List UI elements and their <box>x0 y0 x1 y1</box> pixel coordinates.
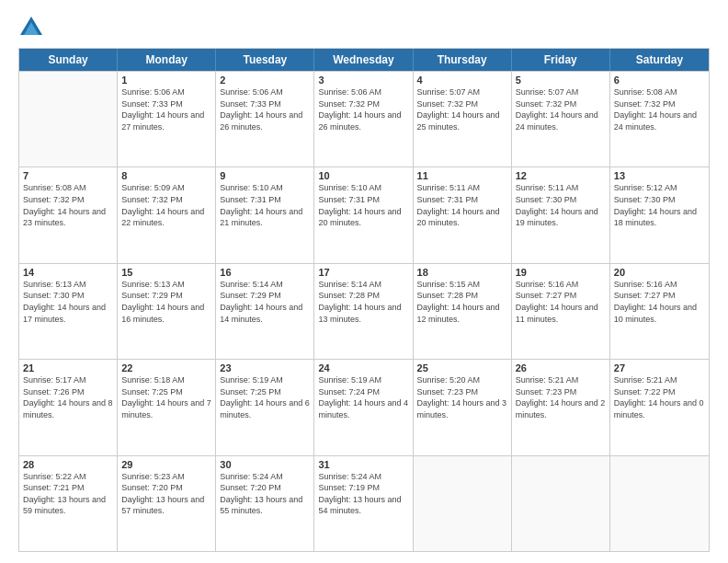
calendar: SundayMondayTuesdayWednesdayThursdayFrid… <box>18 48 710 552</box>
cal-cell: 28Sunrise: 5:22 AMSunset: 7:21 PMDayligh… <box>19 456 118 551</box>
cal-cell: 25Sunrise: 5:20 AMSunset: 7:23 PMDayligh… <box>414 360 512 454</box>
cal-cell: 26Sunrise: 5:21 AMSunset: 7:23 PMDayligh… <box>512 360 610 454</box>
day-info: Sunrise: 5:21 AMSunset: 7:22 PMDaylight:… <box>614 374 705 420</box>
day-info: Sunrise: 5:23 AMSunset: 7:20 PMDaylight:… <box>121 471 211 517</box>
cal-cell: 21Sunrise: 5:17 AMSunset: 7:26 PMDayligh… <box>19 360 118 454</box>
day-number: 12 <box>516 170 606 181</box>
day-info: Sunrise: 5:10 AMSunset: 7:31 PMDaylight:… <box>220 182 310 228</box>
day-number: 26 <box>516 362 606 373</box>
day-info: Sunrise: 5:09 AMSunset: 7:32 PMDaylight:… <box>121 182 211 228</box>
cal-cell: 2Sunrise: 5:06 AMSunset: 7:33 PMDaylight… <box>216 72 314 167</box>
cal-cell: 27Sunrise: 5:21 AMSunset: 7:22 PMDayligh… <box>610 360 709 454</box>
cal-cell: 17Sunrise: 5:14 AMSunset: 7:28 PMDayligh… <box>314 264 413 359</box>
cal-cell: 24Sunrise: 5:19 AMSunset: 7:24 PMDayligh… <box>314 360 413 454</box>
day-number: 7 <box>23 170 113 181</box>
cal-cell: 10Sunrise: 5:10 AMSunset: 7:31 PMDayligh… <box>314 167 413 262</box>
day-number: 27 <box>614 362 705 373</box>
day-info: Sunrise: 5:18 AMSunset: 7:25 PMDaylight:… <box>121 374 211 420</box>
cal-cell: 3Sunrise: 5:06 AMSunset: 7:32 PMDaylight… <box>314 72 413 167</box>
day-number: 24 <box>318 362 408 373</box>
page: SundayMondayTuesdayWednesdayThursdayFrid… <box>0 0 728 563</box>
day-info: Sunrise: 5:24 AMSunset: 7:19 PMDaylight:… <box>318 471 408 517</box>
header <box>18 15 710 40</box>
day-number: 23 <box>220 362 310 373</box>
cal-header-tuesday: Tuesday <box>216 49 314 71</box>
day-number: 22 <box>121 362 211 373</box>
day-info: Sunrise: 5:10 AMSunset: 7:31 PMDaylight:… <box>318 182 408 228</box>
cal-cell: 5Sunrise: 5:07 AMSunset: 7:32 PMDaylight… <box>512 72 610 167</box>
cal-row-3: 14Sunrise: 5:13 AMSunset: 7:30 PMDayligh… <box>19 263 709 359</box>
logo-icon <box>18 15 44 40</box>
day-number: 29 <box>121 459 211 470</box>
day-number: 20 <box>614 267 705 278</box>
cal-cell: 8Sunrise: 5:09 AMSunset: 7:32 PMDaylight… <box>118 167 216 262</box>
cal-row-4: 21Sunrise: 5:17 AMSunset: 7:26 PMDayligh… <box>19 359 709 454</box>
cal-cell: 12Sunrise: 5:11 AMSunset: 7:30 PMDayligh… <box>512 167 610 262</box>
cal-cell: 6Sunrise: 5:08 AMSunset: 7:32 PMDaylight… <box>610 72 709 167</box>
day-info: Sunrise: 5:14 AMSunset: 7:28 PMDaylight:… <box>318 279 408 325</box>
day-info: Sunrise: 5:16 AMSunset: 7:27 PMDaylight:… <box>516 279 606 325</box>
day-number: 18 <box>417 267 507 278</box>
cal-header-monday: Monday <box>118 49 216 71</box>
day-info: Sunrise: 5:20 AMSunset: 7:23 PMDaylight:… <box>417 374 507 420</box>
day-number: 8 <box>121 170 211 181</box>
cal-cell: 1Sunrise: 5:06 AMSunset: 7:33 PMDaylight… <box>118 72 216 167</box>
cal-header-sunday: Sunday <box>19 49 118 71</box>
cal-cell: 18Sunrise: 5:15 AMSunset: 7:28 PMDayligh… <box>414 264 512 359</box>
day-info: Sunrise: 5:13 AMSunset: 7:29 PMDaylight:… <box>121 279 211 325</box>
day-number: 11 <box>417 170 507 181</box>
day-info: Sunrise: 5:21 AMSunset: 7:23 PMDaylight:… <box>516 374 606 420</box>
day-info: Sunrise: 5:07 AMSunset: 7:32 PMDaylight:… <box>516 86 606 132</box>
day-number: 14 <box>23 267 113 278</box>
day-number: 19 <box>516 267 606 278</box>
day-number: 5 <box>516 75 606 86</box>
calendar-body: 1Sunrise: 5:06 AMSunset: 7:33 PMDaylight… <box>19 71 709 551</box>
cal-cell <box>19 72 118 167</box>
day-info: Sunrise: 5:19 AMSunset: 7:25 PMDaylight:… <box>220 374 310 420</box>
cal-row-2: 7Sunrise: 5:08 AMSunset: 7:32 PMDaylight… <box>19 167 709 262</box>
cal-cell: 23Sunrise: 5:19 AMSunset: 7:25 PMDayligh… <box>216 360 314 454</box>
cal-cell: 9Sunrise: 5:10 AMSunset: 7:31 PMDaylight… <box>216 167 314 262</box>
cal-cell <box>610 456 709 551</box>
day-number: 3 <box>318 75 408 86</box>
day-number: 25 <box>417 362 507 373</box>
cal-cell: 4Sunrise: 5:07 AMSunset: 7:32 PMDaylight… <box>414 72 512 167</box>
cal-cell <box>512 456 610 551</box>
day-info: Sunrise: 5:08 AMSunset: 7:32 PMDaylight:… <box>614 86 705 132</box>
day-number: 2 <box>220 75 310 86</box>
cal-cell: 7Sunrise: 5:08 AMSunset: 7:32 PMDaylight… <box>19 167 118 262</box>
day-info: Sunrise: 5:15 AMSunset: 7:28 PMDaylight:… <box>417 279 507 325</box>
day-info: Sunrise: 5:06 AMSunset: 7:32 PMDaylight:… <box>318 86 408 132</box>
day-info: Sunrise: 5:19 AMSunset: 7:24 PMDaylight:… <box>318 374 408 420</box>
cal-cell: 31Sunrise: 5:24 AMSunset: 7:19 PMDayligh… <box>314 456 413 551</box>
cal-row-1: 1Sunrise: 5:06 AMSunset: 7:33 PMDaylight… <box>19 71 709 167</box>
day-number: 13 <box>614 170 705 181</box>
day-info: Sunrise: 5:16 AMSunset: 7:27 PMDaylight:… <box>614 279 705 325</box>
day-info: Sunrise: 5:08 AMSunset: 7:32 PMDaylight:… <box>23 182 113 228</box>
cal-row-5: 28Sunrise: 5:22 AMSunset: 7:21 PMDayligh… <box>19 455 709 551</box>
day-number: 1 <box>121 75 211 86</box>
day-number: 4 <box>417 75 507 86</box>
day-info: Sunrise: 5:12 AMSunset: 7:30 PMDaylight:… <box>614 182 705 228</box>
cal-cell: 13Sunrise: 5:12 AMSunset: 7:30 PMDayligh… <box>610 167 709 262</box>
day-info: Sunrise: 5:17 AMSunset: 7:26 PMDaylight:… <box>23 374 113 420</box>
cal-cell: 30Sunrise: 5:24 AMSunset: 7:20 PMDayligh… <box>216 456 314 551</box>
cal-cell: 22Sunrise: 5:18 AMSunset: 7:25 PMDayligh… <box>118 360 216 454</box>
day-info: Sunrise: 5:06 AMSunset: 7:33 PMDaylight:… <box>121 86 211 132</box>
day-number: 17 <box>318 267 408 278</box>
cal-cell: 14Sunrise: 5:13 AMSunset: 7:30 PMDayligh… <box>19 264 118 359</box>
cal-cell: 20Sunrise: 5:16 AMSunset: 7:27 PMDayligh… <box>610 264 709 359</box>
day-number: 28 <box>23 459 113 470</box>
day-info: Sunrise: 5:06 AMSunset: 7:33 PMDaylight:… <box>220 86 310 132</box>
calendar-header: SundayMondayTuesdayWednesdayThursdayFrid… <box>19 49 709 71</box>
day-number: 21 <box>23 362 113 373</box>
day-info: Sunrise: 5:11 AMSunset: 7:30 PMDaylight:… <box>516 182 606 228</box>
day-number: 15 <box>121 267 211 278</box>
logo <box>18 15 48 40</box>
day-number: 30 <box>220 459 310 470</box>
day-info: Sunrise: 5:24 AMSunset: 7:20 PMDaylight:… <box>220 471 310 517</box>
day-number: 9 <box>220 170 310 181</box>
cal-header-wednesday: Wednesday <box>314 49 413 71</box>
cal-cell: 16Sunrise: 5:14 AMSunset: 7:29 PMDayligh… <box>216 264 314 359</box>
cal-cell: 19Sunrise: 5:16 AMSunset: 7:27 PMDayligh… <box>512 264 610 359</box>
